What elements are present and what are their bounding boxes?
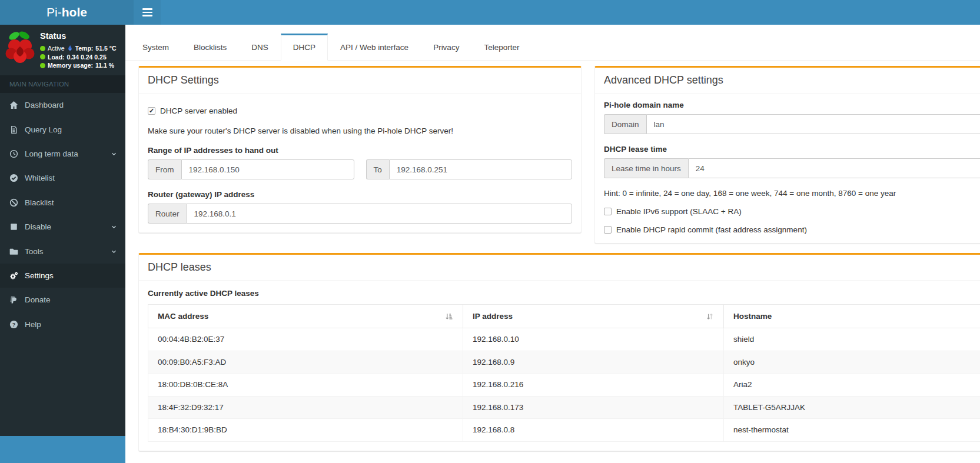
sidebar-item-dashboard[interactable]: Dashboard — [0, 93, 125, 117]
gears-icon — [9, 271, 18, 280]
sidebar-item-label: Blacklist — [25, 198, 54, 207]
router-warning-note: Make sure your router's DHCP server is d… — [148, 126, 572, 135]
sidebar-item-tools[interactable]: Tools — [0, 239, 125, 263]
brand-bold: hole — [62, 5, 87, 19]
tab-blocklists[interactable]: Blocklists — [181, 34, 239, 61]
folder-icon — [9, 247, 18, 256]
status-title: Status — [40, 31, 116, 41]
temp-value: 51.5 °C — [95, 45, 116, 52]
mac-address-cell: 18:B4:30:D1:9B:BD — [148, 419, 463, 442]
sidebar-item-blacklist[interactable]: Blacklist — [0, 191, 125, 215]
dhcp-server-enabled-label: DHCP server enabled — [160, 106, 237, 115]
range-from-input[interactable] — [181, 159, 354, 179]
status-memory-dot — [40, 63, 45, 68]
sidebar-item-label: Donate — [25, 295, 51, 304]
tab-system[interactable]: System — [130, 34, 181, 61]
sidebar-item-help[interactable]: Help — [0, 312, 125, 337]
sidebar-item-query-log[interactable]: Query Log — [0, 117, 125, 141]
question-icon — [9, 320, 18, 329]
status-panel: Status Active Temp: 51.5 °C Load: 0.34 0… — [0, 25, 125, 75]
sidebar-item-label: Settings — [25, 271, 54, 280]
advanced-dhcp-settings-panel: Advanced DHCP settings Pi-hole domain na… — [594, 66, 980, 244]
column-header-ip-address[interactable]: IP address — [463, 305, 724, 328]
status-memory-line: Memory usage: 11.1 % — [40, 62, 116, 69]
temperature-flame-icon — [67, 45, 73, 52]
dhcp-server-enabled-checkbox[interactable] — [148, 107, 155, 115]
range-from-group: From — [148, 159, 354, 179]
top-navbar: Pi-hole — [0, 0, 980, 25]
chevron-down-icon — [111, 224, 117, 230]
lease-addon-label: Lease time in hours — [604, 158, 688, 178]
tab-dns[interactable]: DNS — [239, 34, 281, 61]
range-to-input[interactable] — [389, 159, 572, 179]
sidebar-item-long-term-data[interactable]: Long term data — [0, 142, 125, 166]
sidebar-item-whitelist[interactable]: Whitelist — [0, 166, 125, 190]
status-load-dot — [40, 54, 45, 59]
column-header-hostname[interactable]: Hostname — [724, 305, 980, 328]
chevron-down-icon — [111, 151, 117, 157]
hostname-cell: Aria2 — [724, 374, 980, 397]
lease-time-label: DHCP lease time — [604, 145, 980, 154]
load-values: 0.34 0.24 0.25 — [67, 54, 107, 61]
to-addon-label: To — [366, 159, 389, 179]
router-ip-input[interactable] — [187, 204, 572, 224]
sidebar: Status Active Temp: 51.5 °C Load: 0.34 0… — [0, 25, 125, 463]
domain-addon-label: Domain — [604, 114, 646, 134]
range-to-group: To — [366, 159, 573, 179]
sidebar-item-disable[interactable]: Disable — [0, 215, 125, 239]
sidebar-item-donate[interactable]: Donate — [0, 288, 125, 312]
advanced-options: Enable IPv6 support (SLAAC + RA) Enable … — [604, 207, 980, 234]
sidebar-item-label: Tools — [25, 247, 44, 256]
ip-range-label: Range of IP addresses to hand out — [148, 146, 572, 155]
dhcp-settings-panel: DHCP Settings DHCP server enabled Make s… — [138, 66, 582, 233]
raspberry-logo-icon — [5, 30, 35, 64]
router-addon-label: Router — [148, 204, 187, 224]
sidebar-item-settings[interactable]: Settings — [0, 264, 125, 288]
sidebar-menu: Dashboard Query Log — [0, 93, 125, 337]
tab-teleporter[interactable]: Teleporter — [471, 34, 531, 61]
hostname-cell: TABLET-G5ARJJAK — [724, 396, 980, 419]
sidebar-item-label: Whitelist — [25, 174, 55, 182]
mac-address-cell: 18:4F:32:D9:32:17 — [148, 396, 463, 419]
chevron-down-icon — [111, 248, 117, 255]
hostname-cell: shield — [724, 328, 980, 351]
tab-api-web-interface[interactable]: API / Web interface — [328, 34, 421, 61]
lease-time-input[interactable] — [688, 158, 980, 178]
check-circle-icon — [9, 174, 18, 182]
sort-amount-icon[interactable] — [445, 312, 453, 321]
tab-dhcp[interactable]: DHCP — [281, 34, 328, 61]
ip-address-cell: 192.168.0.173 — [463, 396, 724, 419]
domain-input[interactable] — [646, 114, 980, 134]
domain-group: Domain — [604, 114, 980, 134]
mac-address-cell: 18:00:DB:0B:CE:8A — [148, 374, 463, 397]
sidebar-item-label: Disable — [25, 222, 51, 231]
advanced-option-row: Enable DHCP rapid commit (fast address a… — [604, 225, 980, 234]
router-group: Router — [148, 204, 572, 224]
ban-icon — [9, 198, 18, 207]
lease-time-group: Lease time in hours — [604, 158, 980, 178]
clock-icon — [9, 149, 18, 158]
panel-title-dhcp-settings: DHCP Settings — [148, 74, 572, 86]
tab-privacy[interactable]: Privacy — [421, 34, 471, 61]
table-row: 18:4F:32:D9:32:17 192.168.0.173 TABLET-G… — [148, 396, 980, 419]
lease-time-hint: Hint: 0 = infinite, 24 = one day, 168 = … — [604, 189, 980, 198]
advanced-option-label: Enable IPv6 support (SLAAC + RA) — [616, 207, 742, 216]
mac-address-cell: 00:04:4B:B2:0E:37 — [148, 328, 463, 351]
stop-icon — [9, 222, 18, 231]
brand-logo[interactable]: Pi-hole — [0, 0, 134, 25]
dhcp-leases-table: MAC address IP address Hostname — [148, 304, 980, 442]
status-active-line: Active Temp: 51.5 °C — [40, 45, 116, 52]
ip-address-cell: 192.168.0.8 — [463, 419, 724, 442]
advanced-option-checkbox[interactable] — [604, 208, 612, 215]
advanced-option-row: Enable IPv6 support (SLAAC + RA) — [604, 207, 980, 216]
sidebar-item-label: Query Log — [25, 125, 62, 134]
sort-both-icon[interactable] — [706, 312, 714, 321]
table-row: 00:04:4B:B2:0E:37 192.168.0.10 shield — [148, 328, 980, 351]
sidebar-toggle-button[interactable] — [134, 0, 161, 25]
advanced-option-checkbox[interactable] — [604, 226, 612, 234]
sidebar-section-header: MAIN NAVIGATION — [0, 75, 125, 93]
active-leases-subtitle: Currently active DHCP leases — [148, 289, 980, 298]
sidebar-item-label: Long term data — [25, 149, 78, 158]
column-header-mac-address[interactable]: MAC address — [148, 305, 463, 328]
table-row: 18:00:DB:0B:CE:8A 192.168.0.216 Aria2 — [148, 374, 980, 397]
